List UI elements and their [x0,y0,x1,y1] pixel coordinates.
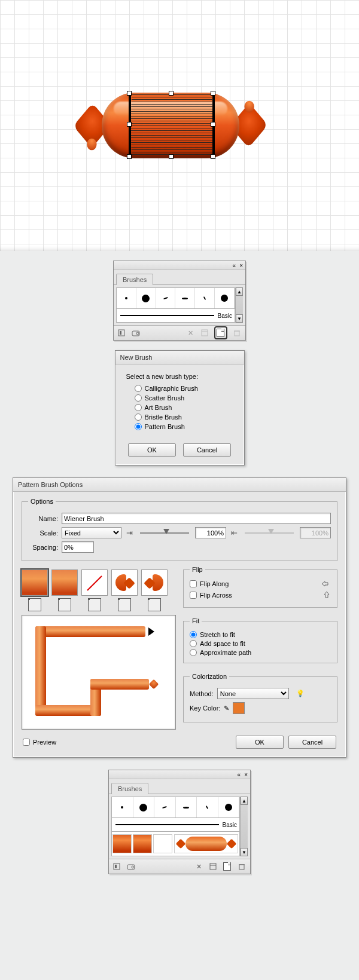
wiener-preview [174,834,238,853]
ok-button[interactable]: OK [128,443,176,457]
selection-handle[interactable] [211,154,215,159]
radio-label: Pattern Brush [145,423,185,430]
brush-swatch[interactable] [133,797,155,817]
fit-approx-radio[interactable]: Approximate path [190,649,331,656]
link-icon[interactable]: ⇤ [230,528,239,537]
flip-across-check[interactable]: Flip Across [190,590,331,601]
spacing-field[interactable] [62,541,94,553]
radio-pattern[interactable]: Pattern Brush [135,423,233,430]
delete-brush-icon [232,328,242,338]
panel-scrollbar[interactable]: ▲ ▼ [240,797,248,856]
selection-handle[interactable] [169,91,174,96]
tips-icon[interactable]: 💡 [296,690,305,697]
selection-handle[interactable] [127,91,132,96]
panel-topbar: « × [114,261,245,270]
name-field[interactable] [62,513,331,524]
panel-tabs: Brushes [114,270,245,285]
brush-swatch[interactable] [117,288,136,308]
radio-art[interactable]: Art Brush [135,404,233,411]
radio-calligraphic[interactable]: Calligraphic Brush [135,385,233,392]
preview-check[interactable]: Preview [23,739,56,746]
tile-end-icon [148,598,161,611]
brush-swatch[interactable] [195,288,215,308]
svg-rect-12 [210,863,216,869]
collapse-icon[interactable]: « [233,262,236,269]
brushes-panel: « × Brushes Basic ▲ [113,261,246,341]
scroll-up-icon[interactable]: ▲ [236,287,243,296]
link-icon[interactable]: ⇥ [125,528,134,537]
flip-along-icon [320,580,331,588]
selection-handle[interactable] [211,122,215,127]
brush-basic-row[interactable]: Basic [111,818,240,832]
new-brush-icon [223,862,232,871]
radio-scatter[interactable]: Scatter Brush [135,394,233,402]
tab-brushes[interactable]: Brushes [111,783,148,794]
radio-label: Calligraphic Brush [145,385,198,392]
new-brush-button[interactable] [223,862,232,871]
selection-handle[interactable] [127,154,132,159]
fit-space-radio[interactable]: Add space to fit [190,640,331,647]
brush-swatch-row [111,797,240,818]
tile-side[interactable] [22,569,48,596]
sausage-artwork[interactable] [78,84,263,167]
ok-button[interactable]: OK [236,736,284,749]
scale-mode-select[interactable]: Fixed [62,527,121,538]
tile-outer-corner[interactable] [51,569,78,596]
libraries-icon[interactable] [132,328,141,338]
remove-stroke-icon[interactable]: ✕ [194,862,203,871]
brush-swatch[interactable] [175,288,195,308]
selection-handle[interactable] [211,91,215,96]
new-brush-button[interactable] [214,326,227,339]
brush-swatch[interactable] [112,797,133,817]
close-icon[interactable]: × [239,262,243,269]
cancel-button[interactable]: Cancel [183,443,231,457]
tile-start[interactable] [111,569,138,596]
brush-swatch[interactable] [176,797,197,817]
tile-end[interactable] [141,569,168,596]
collapse-icon[interactable]: « [238,771,241,778]
scale-min-field[interactable] [195,527,226,538]
svg-rect-1 [120,331,121,335]
flip-along-check[interactable]: Flip Along [190,580,331,588]
basic-label: Basic [218,313,235,319]
brush-swatch[interactable] [218,797,240,817]
library-menu-icon[interactable] [117,328,127,338]
panel-scrollbar[interactable]: ▲ ▼ [235,287,243,323]
basic-stroke [120,315,214,316]
colorization-legend: Colorization [190,673,229,680]
flip-legend: Flip [190,566,205,573]
method-select[interactable]: None [217,688,289,699]
method-label: Method: [190,690,214,697]
cancel-button[interactable]: Cancel [288,736,336,749]
tab-brushes[interactable]: Brushes [116,274,153,285]
library-menu-icon[interactable] [112,862,122,871]
scale-slider-min[interactable] [140,531,189,535]
tile-side-icon [28,598,41,611]
brush-swatch[interactable] [154,797,176,817]
selection-handle[interactable] [127,122,132,127]
options-icon[interactable] [208,862,218,871]
brush-swatch[interactable] [215,288,235,308]
wiener-brush-row[interactable] [111,832,240,856]
brush-swatch[interactable] [197,797,218,817]
key-color-swatch[interactable] [233,702,245,714]
brush-swatch[interactable] [156,288,176,308]
fit-stretch-radio[interactable]: Stretch to fit [190,631,331,638]
close-icon[interactable]: × [244,771,248,778]
radio-bristle[interactable]: Bristle Brush [135,414,233,421]
brush-swatch[interactable] [136,288,156,308]
tile-inner-corner[interactable] [81,569,108,596]
keycolor-label: Key Color: [190,705,220,712]
svg-point-3 [136,332,139,335]
brush-basic-row[interactable]: Basic [116,309,235,323]
scroll-up-icon[interactable]: ▲ [241,797,248,805]
scroll-down-icon[interactable]: ▼ [241,848,248,856]
scroll-down-icon[interactable]: ▼ [236,314,243,323]
delete-brush-icon[interactable] [237,862,247,871]
radio-label: Add space to fit [200,640,245,647]
document-canvas[interactable] [0,0,359,251]
libraries-icon[interactable] [127,862,136,871]
eyedropper-icon[interactable]: ✎ [224,705,229,712]
selection-handle[interactable] [169,154,174,159]
checkbox-label: Flip Along [200,580,229,587]
